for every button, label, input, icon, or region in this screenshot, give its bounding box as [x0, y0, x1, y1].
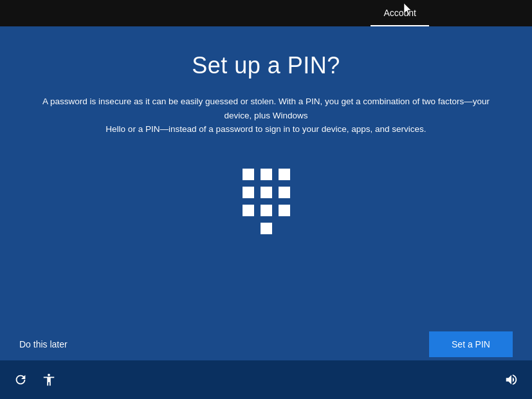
key-4 [243, 187, 254, 198]
system-icons-right [504, 372, 519, 387]
key-5 [261, 187, 272, 198]
key-7 [243, 205, 254, 216]
volume-icon[interactable] [504, 372, 519, 387]
key-8 [261, 205, 272, 216]
key-6 [279, 187, 290, 198]
system-bar [0, 360, 532, 399]
key-0 [261, 223, 272, 234]
do-later-button[interactable]: Do this later [19, 337, 68, 352]
refresh-icon[interactable] [13, 372, 28, 387]
bottom-action-bar: Do this later Set a PIN [0, 328, 532, 360]
system-icons-left [13, 372, 57, 387]
top-bar: Account [0, 0, 532, 26]
accessibility-icon[interactable] [41, 372, 57, 387]
key-9 [279, 205, 290, 216]
description-line2: Hello or a PIN—instead of a password to … [105, 124, 426, 134]
set-pin-button[interactable]: Set a PIN [429, 331, 513, 357]
page-title: Set up a PIN? [192, 52, 340, 79]
keypad-visual [243, 162, 290, 234]
key-1 [243, 169, 254, 180]
keypad-grid [243, 169, 290, 216]
key-2 [261, 169, 272, 180]
keypad-bottom-row [243, 223, 290, 234]
account-tab[interactable]: Account [371, 0, 429, 26]
description-line1: A password is insecure as it can be easi… [42, 97, 490, 120]
key-3 [279, 169, 290, 180]
account-tab-label: Account [383, 8, 416, 18]
main-content: Set up a PIN? A password is insecure as … [0, 26, 532, 360]
description: A password is insecure as it can be easi… [28, 95, 504, 136]
